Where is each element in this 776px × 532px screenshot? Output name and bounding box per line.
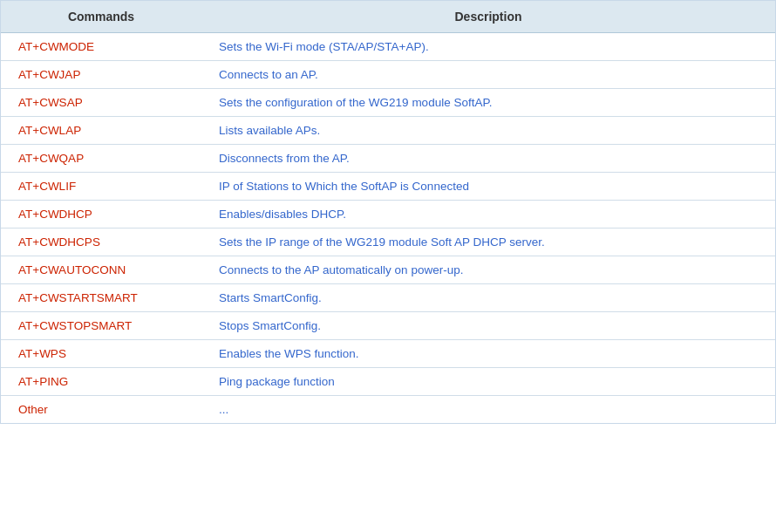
command-cell: AT+CWAUTOCONN (1, 256, 201, 284)
table-row: AT+WPSEnables the WPS function. (1, 340, 775, 368)
table-row: Other... (1, 396, 775, 424)
description-cell: Lists available APs. (201, 117, 775, 145)
table-row: AT+CWLIFIP of Stations to Which the Soft… (1, 173, 775, 201)
table-row: AT+CWDHCPSSets the IP range of the WG219… (1, 228, 775, 256)
table-row: AT+CWLAPLists available APs. (1, 117, 775, 145)
table-row: AT+CWQAPDisconnects from the AP. (1, 145, 775, 173)
main-table-container: Commands Description AT+CWMODESets the W… (0, 0, 776, 424)
description-cell: ... (201, 396, 775, 424)
command-cell: AT+CWJAP (1, 61, 201, 89)
command-cell: AT+CWSAP (1, 89, 201, 117)
table-row: AT+CWSAPSets the configuration of the WG… (1, 89, 775, 117)
command-cell: AT+CWMODE (1, 33, 201, 61)
description-cell: Disconnects from the AP. (201, 145, 775, 173)
command-cell: AT+CWDHCPS (1, 228, 201, 256)
table-row: AT+CWMODESets the Wi-Fi mode (STA/AP/STA… (1, 33, 775, 61)
table-row: AT+CWDHCPEnables/disables DHCP. (1, 201, 775, 228)
description-cell: Sets the Wi-Fi mode (STA/AP/STA+AP). (201, 33, 775, 61)
command-cell: AT+CWLAP (1, 117, 201, 145)
command-cell: AT+CWQAP (1, 145, 201, 173)
table-body: AT+CWMODESets the Wi-Fi mode (STA/AP/STA… (1, 33, 775, 424)
commands-table: Commands Description AT+CWMODESets the W… (1, 1, 775, 423)
command-cell: AT+CWLIF (1, 173, 201, 201)
description-cell: Ping package function (201, 368, 775, 396)
table-row: AT+CWJAPConnects to an AP. (1, 61, 775, 89)
commands-header: Commands (1, 1, 201, 33)
command-cell: AT+WPS (1, 340, 201, 368)
description-cell: Sets the IP range of the WG219 module So… (201, 228, 775, 256)
table-row: AT+PINGPing package function (1, 368, 775, 396)
table-header-row: Commands Description (1, 1, 775, 33)
description-header: Description (201, 1, 775, 33)
table-row: AT+CWSTARTSMARTStarts SmartConfig. (1, 284, 775, 312)
description-cell: Connects to the AP automatically on powe… (201, 256, 775, 284)
description-cell: Sets the configuration of the WG219 modu… (201, 89, 775, 117)
table-row: AT+CWAUTOCONNConnects to the AP automati… (1, 256, 775, 284)
description-cell: Enables the WPS function. (201, 340, 775, 368)
command-cell: Other (1, 396, 201, 424)
description-cell: Starts SmartConfig. (201, 284, 775, 312)
command-cell: AT+CWSTOPSMART (1, 312, 201, 340)
description-cell: Connects to an AP. (201, 61, 775, 89)
command-cell: AT+PING (1, 368, 201, 396)
command-cell: AT+CWDHCP (1, 201, 201, 228)
table-row: AT+CWSTOPSMARTStops SmartConfig. (1, 312, 775, 340)
description-cell: Enables/disables DHCP. (201, 201, 775, 228)
command-cell: AT+CWSTARTSMART (1, 284, 201, 312)
description-cell: Stops SmartConfig. (201, 312, 775, 340)
description-cell: IP of Stations to Which the SoftAP is Co… (201, 173, 775, 201)
